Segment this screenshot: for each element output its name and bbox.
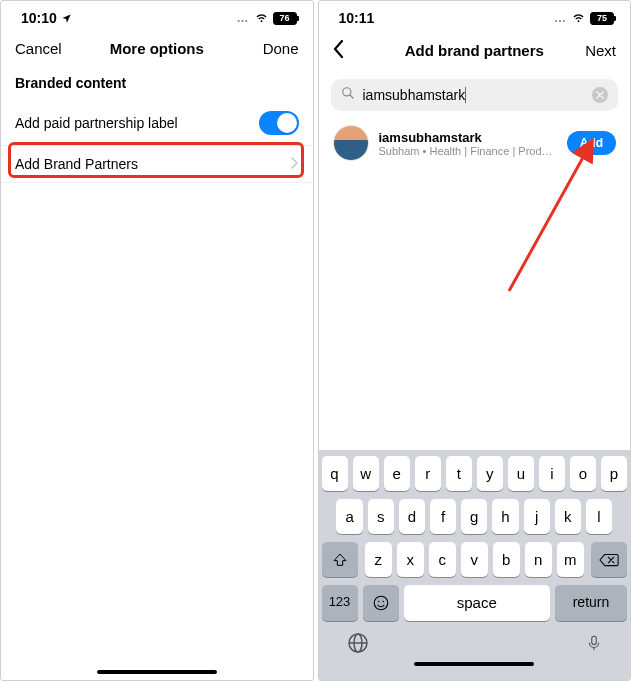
screen-add-brand-partners: 10:11 75 Add brand partners Next iamsubh… xyxy=(318,0,632,681)
key-h[interactable]: h xyxy=(492,499,518,534)
key-j[interactable]: j xyxy=(524,499,550,534)
chevron-right-icon xyxy=(291,156,299,172)
result-username: iamsubhamstark xyxy=(379,130,557,145)
location-icon xyxy=(61,13,72,24)
row-label: Add Brand Partners xyxy=(15,156,138,172)
key-v[interactable]: v xyxy=(461,542,488,577)
cancel-button[interactable]: Cancel xyxy=(15,40,69,57)
search-icon xyxy=(341,86,355,104)
numbers-key[interactable]: 123 xyxy=(322,585,358,621)
clear-search-button[interactable] xyxy=(592,87,608,103)
key-r[interactable]: r xyxy=(415,456,441,491)
status-bar: 10:11 75 xyxy=(319,1,631,30)
nav-title: Add brand partners xyxy=(405,42,544,59)
key-l[interactable]: l xyxy=(586,499,612,534)
home-indicator[interactable] xyxy=(97,670,217,674)
next-button[interactable]: Next xyxy=(562,42,616,59)
avatar xyxy=(333,125,369,161)
row-paid-partnership[interactable]: Add paid partnership label xyxy=(1,101,313,146)
toggle-paid-partnership[interactable] xyxy=(259,111,299,135)
key-g[interactable]: g xyxy=(461,499,487,534)
shift-key[interactable] xyxy=(322,542,358,577)
search-field[interactable]: iamsubhamstark xyxy=(331,79,619,111)
dictation-key[interactable] xyxy=(585,631,603,658)
key-d[interactable]: d xyxy=(399,499,425,534)
key-o[interactable]: o xyxy=(570,456,596,491)
key-s[interactable]: s xyxy=(368,499,394,534)
key-m[interactable]: m xyxy=(557,542,584,577)
battery-icon: 76 xyxy=(273,12,297,25)
key-f[interactable]: f xyxy=(430,499,456,534)
wifi-icon xyxy=(571,13,586,24)
key-q[interactable]: q xyxy=(322,456,348,491)
key-i[interactable]: i xyxy=(539,456,565,491)
key-w[interactable]: w xyxy=(353,456,379,491)
row-label: Add paid partnership label xyxy=(15,115,178,131)
svg-point-5 xyxy=(382,601,384,603)
key-x[interactable]: x xyxy=(397,542,424,577)
cellular-icon xyxy=(237,11,250,25)
svg-point-4 xyxy=(378,601,380,603)
emoji-key[interactable] xyxy=(363,585,399,621)
key-n[interactable]: n xyxy=(525,542,552,577)
key-c[interactable]: c xyxy=(429,542,456,577)
nav-title: More options xyxy=(110,40,204,57)
battery-icon: 75 xyxy=(590,12,614,25)
screen-more-options: 10:10 76 Cancel More options Done Brande… xyxy=(0,0,314,681)
space-key[interactable]: space xyxy=(404,585,551,621)
nav-bar: Add brand partners Next xyxy=(319,30,631,75)
cellular-icon xyxy=(554,11,567,25)
status-time: 10:11 xyxy=(339,10,375,26)
search-input-value[interactable]: iamsubhamstark xyxy=(363,87,466,103)
done-button[interactable]: Done xyxy=(244,40,298,57)
svg-point-3 xyxy=(374,596,388,610)
back-button[interactable] xyxy=(333,40,387,61)
key-a[interactable]: a xyxy=(336,499,362,534)
nav-bar: Cancel More options Done xyxy=(1,30,313,71)
key-e[interactable]: e xyxy=(384,456,410,491)
key-p[interactable]: p xyxy=(601,456,627,491)
key-b[interactable]: b xyxy=(493,542,520,577)
result-subtitle: Subham • Health | Finance | Productivity xyxy=(379,145,557,157)
home-indicator[interactable] xyxy=(414,662,534,666)
ios-keyboard[interactable]: qwertyuiop asdfghjkl zxcvbnm 123 space r… xyxy=(319,450,631,680)
key-y[interactable]: y xyxy=(477,456,503,491)
key-k[interactable]: k xyxy=(555,499,581,534)
key-t[interactable]: t xyxy=(446,456,472,491)
chevron-left-icon xyxy=(333,40,344,58)
key-u[interactable]: u xyxy=(508,456,534,491)
text-cursor xyxy=(465,87,466,103)
row-add-brand-partners[interactable]: Add Brand Partners xyxy=(1,146,313,183)
backspace-key[interactable] xyxy=(591,542,627,577)
key-z[interactable]: z xyxy=(365,542,392,577)
return-key[interactable]: return xyxy=(555,585,627,621)
status-bar: 10:10 76 xyxy=(1,1,313,30)
svg-rect-9 xyxy=(592,636,597,644)
section-header-branded: Branded content xyxy=(1,71,313,101)
wifi-icon xyxy=(254,13,269,24)
search-result-row[interactable]: iamsubhamstark Subham • Health | Finance… xyxy=(319,119,631,167)
status-time: 10:10 xyxy=(21,10,57,26)
svg-line-1 xyxy=(349,95,353,99)
add-button[interactable]: Add xyxy=(567,131,616,155)
globe-key[interactable] xyxy=(346,631,370,658)
